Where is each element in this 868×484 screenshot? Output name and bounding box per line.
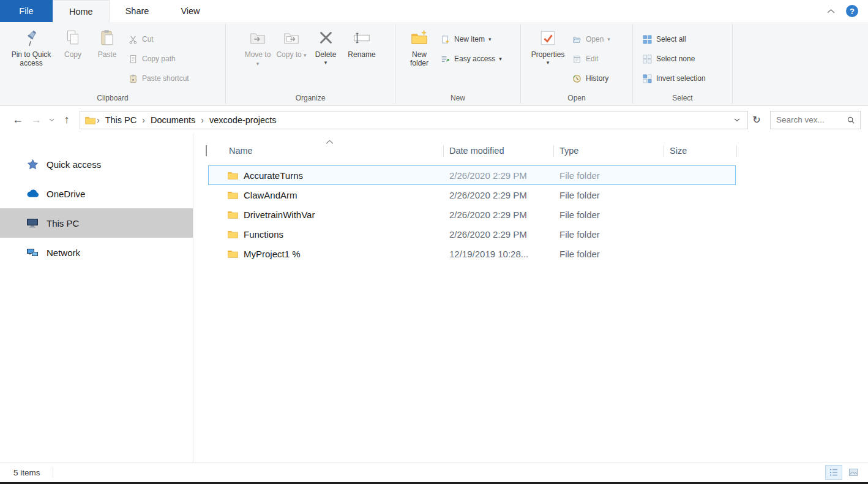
column-header-type[interactable]: Type [553,146,664,156]
search-input[interactable] [776,115,847,124]
collapse-ribbon-icon[interactable] [827,9,835,13]
properties-button[interactable]: Properties ▾ [527,24,569,66]
paste-shortcut-icon [128,74,138,84]
ribbon-group-clipboard: Pin to Quick access Copy Paste [0,22,225,105]
cut-button[interactable]: Cut [125,29,192,49]
select-group-label: Select [633,93,732,105]
tab-file[interactable]: File [0,0,53,22]
edit-button[interactable]: Edit [569,49,613,69]
this-pc-monitor-icon [26,218,39,228]
search-icon[interactable] [847,116,855,124]
paste-button[interactable]: Paste [89,24,125,59]
address-bar: ← → ↑ › This PC › Documents › vexcode-pr… [0,106,868,134]
open-button[interactable]: Open ▾ [569,29,613,49]
tab-share-label: Share [125,6,149,16]
move-to-label: Move to ▾ [242,51,273,68]
folder-icon [228,191,238,199]
properties-icon [537,26,559,50]
folder-icon [228,210,238,219]
open-label: Open [586,35,604,43]
breadcrumb-this-pc[interactable]: This PC [101,115,141,125]
pin-to-quick-access-label: Pin to Quick access [7,51,55,67]
table-row[interactable]: AccurateTurns 2/26/2020 2:29 PM File fol… [193,165,737,185]
column-header-date-modified[interactable]: Date modified [443,146,553,156]
column-header-size[interactable]: Size [664,146,737,156]
new-item-button[interactable]: New item ▾ [437,29,505,49]
breadcrumb-chevron-icon[interactable]: › [95,115,101,125]
up-button[interactable]: ↑ [58,111,76,129]
easy-access-button[interactable]: Easy access ▾ [437,49,505,69]
new-folder-icon [408,26,430,50]
invert-selection-button[interactable]: Invert selection [639,69,709,88]
sidebar-item-quick-access[interactable]: Quick access [0,149,193,179]
table-row[interactable]: MyProject1 % 12/19/2019 10:28... File fo… [193,244,737,263]
ribbon-separator [732,24,733,104]
breadcrumb[interactable]: › This PC › Documents › vexcode-projects [80,111,748,129]
new-folder-label: New folder [403,51,436,67]
table-row[interactable]: Functions 2/26/2020 2:29 PM File folder [193,224,737,244]
select-all-button[interactable]: Select all [639,29,709,49]
forward-button[interactable]: → [27,111,45,129]
rename-button[interactable]: Rename [343,24,381,59]
select-all-label: Select all [656,35,686,43]
tab-view[interactable]: View [165,0,215,22]
new-item-label: New item [454,35,485,43]
file-name: Functions [244,229,283,240]
column-header-name[interactable]: Name [218,146,443,156]
table-row[interactable]: ClawAndArm 2/26/2020 2:29 PM File folder [193,185,737,205]
copy-path-button[interactable]: Copy path [125,49,192,69]
file-list: Name Date modified Type Size AccurateTur… [193,134,868,462]
status-divider [53,467,53,478]
large-icons-view-button[interactable] [845,465,862,480]
details-view-button[interactable] [825,465,842,480]
column-divider[interactable] [553,145,554,157]
organize-group-label: Organize [226,93,395,105]
sidebar-item-network[interactable]: Network [0,238,193,267]
file-date-modified: 2/26/2020 2:29 PM [443,229,553,240]
copy-to-button[interactable]: Copy to ▾ [274,24,309,60]
breadcrumb-documents[interactable]: Documents [146,115,200,125]
file-rows: AccurateTurns 2/26/2020 2:29 PM File fol… [193,165,868,263]
sidebar-item-label: Network [47,248,80,258]
file-type: File folder [553,210,664,220]
breadcrumb-chevron-icon[interactable]: › [141,115,146,125]
rename-label: Rename [348,51,375,59]
address-dropdown-icon[interactable] [730,118,744,122]
sidebar-item-onedrive[interactable]: OneDrive [0,179,193,208]
select-none-button[interactable]: Select none [639,49,709,69]
move-to-button[interactable]: Move to ▾ [241,24,274,68]
sidebar-item-this-pc[interactable]: This PC [0,208,193,238]
history-button[interactable]: History [569,69,613,88]
recent-locations-icon[interactable] [45,111,58,129]
checkbox-icon[interactable] [206,145,207,156]
ribbon-group-open: Properties ▾ Open ▾ Edit [521,22,632,105]
paste-shortcut-button[interactable]: Paste shortcut [125,69,192,88]
list-header: Name Date modified Type Size [193,140,737,162]
breadcrumb-chevron-icon[interactable]: › [200,115,205,125]
file-date-modified: 2/26/2020 2:29 PM [443,210,553,220]
delete-label: Delete [315,51,337,59]
back-button[interactable]: ← [9,111,27,129]
column-divider[interactable] [664,145,664,157]
new-folder-button[interactable]: New folder [402,24,437,67]
column-divider[interactable] [443,145,444,157]
breadcrumb-vexcode-projects[interactable]: vexcode-projects [205,115,281,125]
column-divider[interactable] [736,145,737,157]
large-icons-view-icon [848,467,858,477]
tab-share[interactable]: Share [110,0,165,22]
copy-button[interactable]: Copy [56,24,89,59]
select-all-checkbox[interactable] [193,146,218,156]
table-row[interactable]: DrivetrainWithVar 2/26/2020 2:29 PM File… [193,205,737,224]
select-none-icon [642,54,653,64]
help-icon[interactable]: ? [846,5,858,17]
tab-home-label: Home [69,7,93,17]
tab-home[interactable]: Home [53,0,110,22]
select-all-icon [642,34,653,45]
properties-caret-icon: ▾ [547,60,550,66]
delete-button[interactable]: Delete ▾ [309,24,343,66]
open-caret-icon: ▾ [607,36,610,42]
ribbon-group-new: New folder New item ▾ Easy access ▾ [395,22,520,105]
refresh-button[interactable]: ↻ [748,111,765,129]
pin-to-quick-access-button[interactable]: Pin to Quick access [6,24,56,67]
location-icon[interactable] [85,116,95,124]
